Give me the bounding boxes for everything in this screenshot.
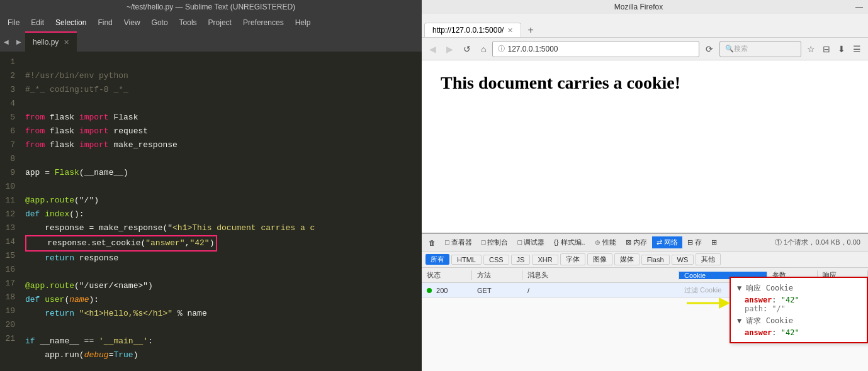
cell-status: 200 <box>422 287 472 294</box>
dt-debugger-btn[interactable]: □ 调试器 <box>513 236 549 248</box>
menu-view[interactable]: View <box>119 17 145 28</box>
line-numbers: 1234567 891011121314 15161718192021 <box>0 52 20 371</box>
filter-all[interactable]: 所有 <box>426 254 449 265</box>
search-placeholder: 搜索 <box>734 44 748 53</box>
filter-other[interactable]: 其他 <box>696 253 721 265</box>
page-content: This document carries a cookie! <box>422 60 868 233</box>
tab-filename: hello.py <box>33 38 59 47</box>
filter-html[interactable]: HTML <box>451 255 482 265</box>
search-icon: 🔍 <box>725 45 734 53</box>
dt-viewer-btn[interactable]: □ 查看器 <box>441 236 476 248</box>
dt-style-btn[interactable]: {} 样式编.. <box>550 236 590 248</box>
dt-memory-btn[interactable]: ⊠ 内存 <box>621 236 651 248</box>
col-msgheader: 消息头 <box>522 270 679 280</box>
filter-media[interactable]: 媒体 <box>614 253 640 265</box>
firefox-tab[interactable]: http://127.0.0.1:5000/ ✕ <box>424 23 521 37</box>
cell-method: GET <box>472 287 522 294</box>
menu-edit[interactable]: Edit <box>26 17 49 28</box>
reload-button[interactable]: ↺ <box>459 42 475 57</box>
url-bar[interactable]: ⓘ 127.0.0.1:5000 <box>492 41 699 57</box>
dt-perf-btn[interactable]: ⊙ 性能 <box>590 236 621 248</box>
filter-image[interactable]: 图像 <box>587 253 612 265</box>
devtools-filter-bar: 所有 HTML CSS JS XHR 字体 图像 媒体 Flash WS 其他 <box>422 252 868 268</box>
response-cookie-section: ▼ 响应 Cookie <box>737 284 793 292</box>
dt-trash-icon[interactable]: 🗑 <box>424 238 440 248</box>
devtools-toolbar: 🗑 □ 查看器 □ 控制台 □ 调试器 {} 样式编.. ⊙ 性能 ⊠ 内存 ⇄… <box>422 234 868 252</box>
main-layout: File Edit Selection Find View Goto Tools… <box>0 14 868 371</box>
search-bar[interactable]: 🔍 搜索 <box>719 41 801 57</box>
filter-js[interactable]: JS <box>511 255 531 265</box>
req-answer-key: answer <box>745 328 772 337</box>
page-heading: This document carries a cookie! <box>441 73 849 93</box>
tab-nav-right[interactable]: ▶ <box>13 38 25 45</box>
col-method: 方法 <box>472 270 522 280</box>
firefox-title-text: Mozilla Firefox <box>422 3 855 11</box>
devtools-panel: 🗑 □ 查看器 □ 控制台 □ 调试器 {} 样式编.. ⊙ 性能 ⊠ 内存 ⇄… <box>422 233 868 371</box>
sublime-menubar: File Edit Selection Find View Goto Tools… <box>0 14 422 31</box>
status-code: 200 <box>436 287 448 294</box>
req-answer-value: "42" <box>781 328 799 337</box>
response-cookie-answer: answer: "42" <box>737 296 860 304</box>
bookmark-star-icon[interactable]: ☆ <box>804 42 818 56</box>
home-button[interactable]: ⌂ <box>477 42 490 57</box>
menu-file[interactable]: File <box>3 17 25 28</box>
filter-ws[interactable]: WS <box>672 255 694 265</box>
refresh-button[interactable]: ⟳ <box>702 42 717 57</box>
dt-more-btn[interactable]: ⊞ <box>707 237 721 248</box>
annotation-arrow <box>687 297 731 309</box>
firefox-panel: http://127.0.0.1:5000/ ✕ + ◀ ▶ ↺ ⌂ ⓘ 127… <box>422 14 868 371</box>
response-cookie-path: path: "/" <box>737 304 860 313</box>
toolbar-icons: ☆ ⊟ ⬇ ☰ <box>804 42 864 56</box>
title-bars: ~/test/hello.py — Sublime Text (UNREGIST… <box>0 0 868 14</box>
resp-path-value: "/" <box>772 304 786 313</box>
new-tab-button[interactable]: + <box>522 23 538 37</box>
forward-button[interactable]: ▶ <box>442 42 457 57</box>
request-cookie-answer: answer: "42" <box>737 328 860 337</box>
sublime-title-text: ~/test/hello.py — Sublime Text (UNREGIST… <box>127 3 295 11</box>
request-cookie-label: ▼ 请求 Cookie <box>737 316 860 326</box>
menu-project[interactable]: Project <box>203 17 237 28</box>
request-cookie-section: ▼ 请求 Cookie <box>737 316 793 325</box>
dt-storage-btn[interactable]: ⊟ 存 <box>683 236 706 248</box>
menu-goto[interactable]: Goto <box>147 17 173 28</box>
menu-icon[interactable]: ☰ <box>850 42 864 56</box>
cell-url: / <box>522 287 679 294</box>
devtools-network-table: 状态 方法 消息头 Cookie 参数 响应 200 <box>422 268 868 371</box>
back-button[interactable]: ◀ <box>426 42 440 57</box>
secure-icon: ⓘ <box>498 44 505 53</box>
firefox-tab-url: http://127.0.0.1:5000/ <box>432 26 504 35</box>
dt-network-btn[interactable]: ⇄ 网络 <box>652 236 682 248</box>
url-text: 127.0.0.1:5000 <box>507 45 694 53</box>
code-text[interactable]: #!/usr/bin/env python #_*_ coding:utf-8 … <box>20 52 422 371</box>
firefox-title-bar: Mozilla Firefox — <box>422 0 868 14</box>
filter-xhr[interactable]: XHR <box>532 255 558 265</box>
firefox-tabbar: http://127.0.0.1:5000/ ✕ + <box>422 14 868 38</box>
menu-tools[interactable]: Tools <box>174 17 202 28</box>
resp-path-key: path <box>745 304 763 313</box>
table-body: 200 GET / 过滤 Cookie <box>422 283 868 298</box>
firefox-tab-close-icon[interactable]: ✕ <box>507 26 513 35</box>
download-icon[interactable]: ⬇ <box>835 42 848 56</box>
menu-preferences[interactable]: Preferences <box>238 17 289 28</box>
firefox-toolbar: ◀ ▶ ↺ ⌂ ⓘ 127.0.0.1:5000 ⟳ 🔍 搜索 ☆ ⊟ ⬇ ☰ <box>422 38 868 60</box>
arrow-svg <box>687 297 731 309</box>
filter-font[interactable]: 字体 <box>560 253 585 265</box>
menu-find[interactable]: Find <box>93 17 117 28</box>
tab-close-icon[interactable]: ✕ <box>64 38 69 47</box>
tab-nav-left[interactable]: ◀ <box>0 38 13 45</box>
code-editor[interactable]: 1234567 891011121314 15161718192021 #!/u… <box>0 52 422 371</box>
filter-flash[interactable]: Flash <box>641 255 670 265</box>
bookmark-icon[interactable]: ⊟ <box>820 42 833 56</box>
tab-hello-py[interactable]: hello.py ✕ <box>25 31 77 52</box>
menu-help[interactable]: Help <box>290 17 316 28</box>
dt-info-text: ① 1个请求，0.04 KB，0.00 <box>775 238 865 247</box>
filter-css[interactable]: CSS <box>483 255 509 265</box>
sublime-title-bar: ~/test/hello.py — Sublime Text (UNREGIST… <box>0 0 422 14</box>
response-cookie-label: ▼ 响应 Cookie <box>737 283 860 294</box>
dt-console-btn[interactable]: □ 控制台 <box>477 236 513 248</box>
menu-selection[interactable]: Selection <box>50 17 91 28</box>
firefox-window-controls[interactable]: — <box>855 3 863 11</box>
filter-cookie-text: 过滤 Cookie <box>684 286 721 294</box>
tabs-bar: ◀ ▶ hello.py ✕ <box>0 31 422 52</box>
status-dot <box>427 288 432 293</box>
